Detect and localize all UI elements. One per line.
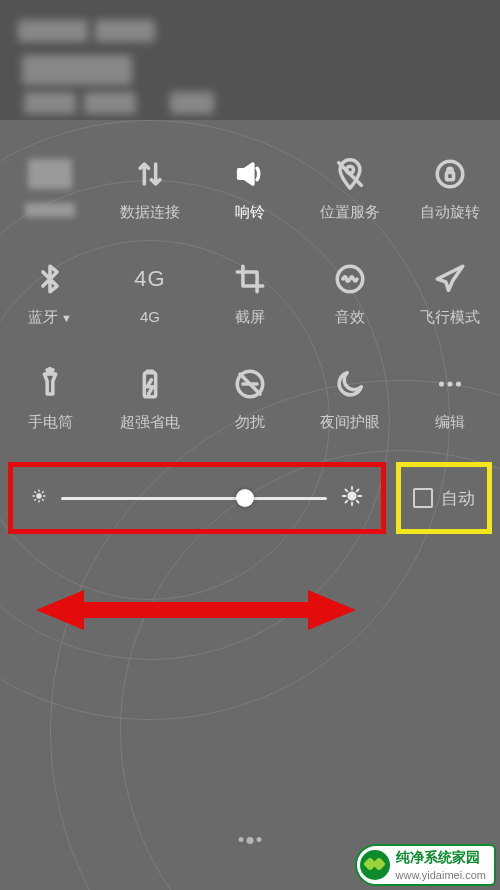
brightness-auto-highlight: 自动 [396, 462, 492, 534]
home-indicator [239, 837, 262, 844]
tile-label: 音效 [335, 308, 365, 327]
tile-edit[interactable]: 编辑 [400, 365, 500, 432]
dnd-icon [233, 365, 267, 403]
brightness-slider-highlight [8, 462, 386, 534]
crop-icon [233, 260, 267, 298]
tile-label: 手电筒 [28, 413, 73, 432]
tile-ring[interactable]: 响铃 [200, 155, 300, 222]
tile-label: 超强省电 [120, 413, 180, 432]
tile-label: 编辑 [435, 413, 465, 432]
chevron-down-icon: ▼ [61, 312, 72, 324]
tile-bluetooth[interactable]: 蓝牙▼ [0, 260, 100, 327]
tile-label: 4G [140, 308, 160, 325]
svg-point-10 [348, 492, 355, 499]
tile-wifi[interactable] [0, 155, 100, 222]
tile-mobile-data[interactable]: 数据连接 [100, 155, 200, 222]
battery-bolt-icon [133, 365, 167, 403]
svg-point-8 [456, 381, 461, 386]
sound-wave-icon [333, 260, 367, 298]
svg-point-6 [439, 381, 444, 386]
tile-label: 自动旋转 [420, 203, 480, 222]
tile-label: 截屏 [235, 308, 265, 327]
speaker-icon [233, 155, 267, 193]
brightness-high-icon [341, 485, 363, 511]
watermark-logo-icon [360, 850, 390, 880]
tile-label: 飞行模式 [420, 308, 480, 327]
quick-settings-panel: 数据连接 响铃 位置服务 自动旋转 蓝牙▼ 4G 4G 截屏 [0, 120, 500, 444]
auto-brightness-label: 自动 [441, 487, 475, 510]
tile-4g[interactable]: 4G 4G [100, 260, 200, 327]
watermark-name: 纯净系统家园 [396, 849, 486, 867]
tile-location[interactable]: 位置服务 [300, 155, 400, 222]
tile-flashlight[interactable]: 手电筒 [0, 365, 100, 432]
tile-dnd[interactable]: 勿扰 [200, 365, 300, 432]
tile-sound-effect[interactable]: 音效 [300, 260, 400, 327]
tile-label-blurred [25, 203, 75, 217]
wifi-icon [28, 159, 72, 189]
tile-label: 勿扰 [235, 413, 265, 432]
svg-point-9 [37, 494, 41, 498]
watermark: 纯净系统家园 www.yidaimei.com [355, 844, 496, 886]
tile-power-saving[interactable]: 超强省电 [100, 365, 200, 432]
tile-airplane[interactable]: 飞行模式 [400, 260, 500, 327]
brightness-row: 自动 [8, 462, 492, 534]
tile-label: 蓝牙▼ [28, 308, 72, 327]
tile-night-mode[interactable]: 夜间护眼 [300, 365, 400, 432]
annotation-red-arrow [36, 586, 356, 634]
svg-point-7 [447, 381, 452, 386]
auto-brightness-checkbox[interactable] [413, 488, 433, 508]
airplane-icon [433, 260, 467, 298]
brightness-slider[interactable] [61, 497, 327, 500]
bluetooth-icon [33, 260, 67, 298]
dots-icon [433, 365, 467, 403]
net4g-icon: 4G [134, 260, 165, 298]
location-off-icon [333, 155, 367, 193]
tile-label: 位置服务 [320, 203, 380, 222]
tile-screenshot[interactable]: 截屏 [200, 260, 300, 327]
moon-icon [333, 365, 367, 403]
tile-auto-rotate[interactable]: 自动旋转 [400, 155, 500, 222]
flashlight-icon [33, 365, 67, 403]
status-bar [0, 0, 500, 120]
svg-marker-11 [36, 590, 356, 630]
tile-label: 数据连接 [120, 203, 180, 222]
lock-rotate-icon [433, 155, 467, 193]
brightness-low-icon [31, 488, 47, 508]
watermark-url: www.yidaimei.com [396, 869, 486, 881]
tile-label: 响铃 [235, 203, 265, 222]
tile-label: 夜间护眼 [320, 413, 380, 432]
brightness-thumb[interactable] [236, 489, 254, 507]
data-arrows-icon [133, 155, 167, 193]
